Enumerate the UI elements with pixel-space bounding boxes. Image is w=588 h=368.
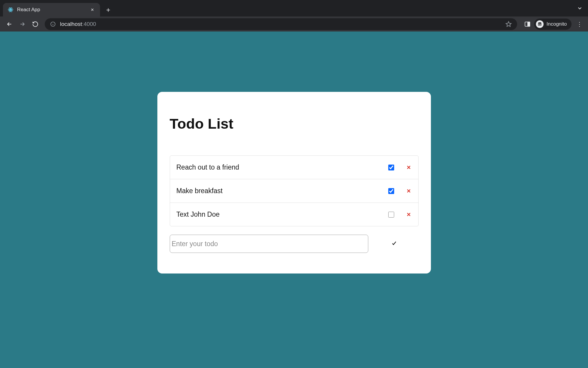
react-favicon-icon: [8, 7, 14, 13]
back-button[interactable]: [4, 19, 15, 29]
page-viewport: Todo List Reach out to a friend ✕ Make b…: [0, 32, 588, 368]
site-info-icon[interactable]: [50, 21, 56, 27]
todo-card: Todo List Reach out to a friend ✕ Make b…: [157, 92, 431, 273]
todo-checkbox[interactable]: [388, 165, 394, 170]
svg-rect-6: [528, 22, 530, 26]
url-text: localhost:4000: [60, 21, 501, 27]
new-todo-input[interactable]: [170, 235, 368, 253]
svg-point-7: [538, 24, 540, 26]
tab-bar: React App +: [0, 0, 588, 16]
url-host: localhost: [60, 21, 82, 27]
todo-row: Make breakfast ✕: [170, 179, 418, 203]
todo-list: Reach out to a friend ✕ Make breakfast ✕…: [170, 155, 419, 226]
browser-tab[interactable]: React App: [3, 3, 100, 16]
delete-icon[interactable]: ✕: [406, 164, 412, 171]
incognito-icon: [536, 20, 544, 28]
todo-text: Reach out to a friend: [176, 163, 388, 171]
todo-text: Make breakfast: [176, 187, 388, 195]
sidepanel-icon[interactable]: [524, 21, 531, 27]
svg-point-8: [540, 24, 542, 26]
todo-row: Text John Doe ✕: [170, 203, 418, 226]
address-bar[interactable]: localhost:4000: [45, 18, 517, 30]
tabs-overflow-icon[interactable]: [577, 5, 583, 13]
url-port: :4000: [82, 21, 96, 27]
browser-toolbar: localhost:4000: [0, 16, 588, 32]
incognito-label: Incognito: [547, 21, 567, 27]
delete-icon[interactable]: ✕: [406, 211, 412, 218]
toolbar-right: Incognito ⋮: [524, 19, 584, 30]
tab-title: React App: [17, 7, 86, 13]
add-todo-row: [170, 235, 419, 253]
todo-checkbox[interactable]: [388, 212, 394, 218]
close-tab-icon[interactable]: [89, 7, 95, 13]
todo-checkbox[interactable]: [388, 188, 394, 194]
browser-menu-button[interactable]: ⋮: [575, 19, 584, 29]
forward-button[interactable]: [17, 19, 28, 29]
reload-button[interactable]: [30, 19, 41, 29]
delete-icon[interactable]: ✕: [406, 188, 412, 194]
browser-chrome: React App +: [0, 0, 588, 32]
incognito-badge[interactable]: Incognito: [534, 19, 572, 30]
todo-text: Text John Doe: [176, 210, 388, 218]
todo-row: Reach out to a friend ✕: [170, 156, 418, 179]
page-title: Todo List: [170, 115, 419, 132]
add-todo-button[interactable]: [389, 237, 399, 250]
svg-point-0: [10, 9, 11, 10]
new-tab-button[interactable]: +: [102, 4, 114, 16]
bookmark-star-icon[interactable]: [505, 21, 512, 27]
